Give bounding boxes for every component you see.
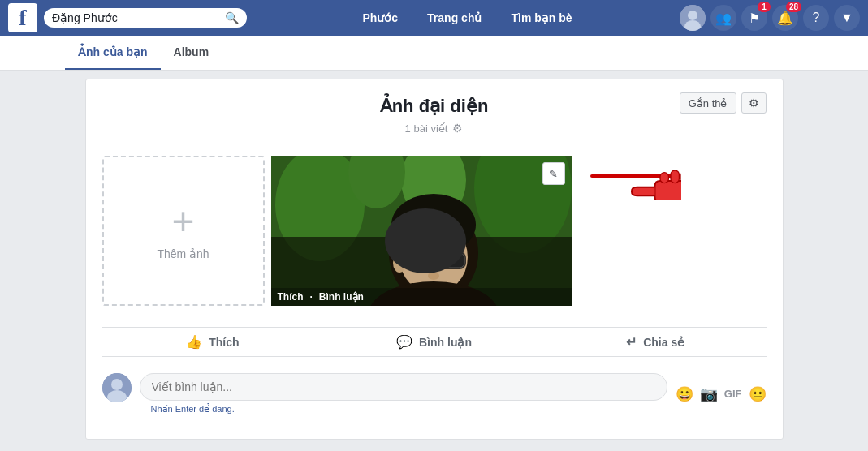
comment-actions: 😀 📷 GIF 😐	[676, 385, 767, 403]
photo-overlay: Thích · Bình luận	[271, 288, 572, 306]
navbar-right: 👥 ⚑ 1 🔔 28 ? ▼	[680, 5, 860, 31]
like-label: Thích	[209, 336, 239, 349]
comment-icon: 💬	[396, 334, 412, 350]
svg-rect-21	[671, 170, 679, 183]
settings-button[interactable]: ⚙	[741, 92, 767, 114]
comment-label: Bình luận	[419, 336, 472, 349]
svg-rect-14	[436, 253, 464, 268]
nav-home[interactable]: Trang chủ	[421, 8, 488, 28]
sticker-icon[interactable]: 😐	[749, 385, 767, 403]
arrow-annotation	[576, 152, 681, 203]
add-photo-plus-icon: +	[171, 202, 194, 241]
nav-links: Phước Trang chủ Tìm bạn bè	[255, 8, 680, 28]
overlay-comment[interactable]: Bình luận	[319, 291, 364, 303]
nav-profile[interactable]: Phước	[356, 8, 404, 28]
meta-gear-icon[interactable]: ⚙	[452, 122, 463, 135]
question-icon: ?	[813, 11, 820, 25]
add-photo-label: Thêm ảnh	[157, 247, 209, 260]
gif-icon[interactable]: GIF	[724, 388, 742, 400]
tab-albums[interactable]: Album	[161, 36, 222, 70]
edit-photo-button[interactable]: ✎	[542, 162, 565, 185]
gear-icon: ⚙	[749, 97, 759, 110]
comment-hint: Nhấn Enter để đăng.	[151, 404, 667, 414]
action-bar: 👍 Thích 💬 Bình luận ↵ Chia sẻ	[102, 327, 767, 357]
svg-point-1	[688, 11, 697, 20]
photo-header: Gắn thẻ ⚙ Ảnh đại diện 1 bài viết ⚙	[86, 79, 783, 143]
photo-image	[271, 156, 572, 306]
photo-grid: + Thêm ảnh	[86, 143, 783, 319]
svg-point-16	[393, 253, 406, 273]
search-icon: 🔍	[225, 11, 239, 24]
search-input[interactable]	[52, 11, 222, 24]
flag-icon: ⚑	[749, 11, 760, 26]
people-icon-btn[interactable]: 👥	[710, 5, 736, 31]
comment-input[interactable]	[140, 373, 667, 401]
overlay-like[interactable]: Thích	[278, 291, 304, 303]
fb-letter: f	[19, 6, 26, 29]
notifications-icon-btn[interactable]: ⚑ 1	[741, 5, 767, 31]
main-content: Gắn thẻ ⚙ Ảnh đại diện 1 bài viết ⚙ + Th…	[85, 79, 784, 440]
like-action-btn[interactable]: 👍 Thích	[102, 328, 324, 356]
svg-rect-20	[660, 173, 668, 183]
chevron-down-icon: ▼	[840, 11, 853, 25]
comment-box: Nhấn Enter để đăng. 😀 📷 GIF 😐	[86, 365, 783, 423]
camera-icon[interactable]: 📷	[700, 385, 718, 403]
alert-badge: 28	[786, 2, 801, 12]
share-icon: ↵	[626, 334, 637, 350]
comment-action-btn[interactable]: 💬 Bình luận	[323, 328, 545, 356]
svg-point-17	[428, 272, 439, 280]
search-bar[interactable]: 🔍	[44, 8, 247, 28]
photo-meta: 1 bài viết ⚙	[86, 122, 783, 135]
share-label: Chia sẻ	[643, 336, 684, 349]
post-count: 1 bài viết	[405, 122, 448, 135]
nav-friends[interactable]: Tìm bạn bè	[504, 8, 578, 28]
comment-input-wrap: Nhấn Enter để đăng.	[140, 373, 667, 414]
header-actions: Gắn thẻ ⚙	[680, 92, 767, 114]
facebook-logo[interactable]: f	[8, 3, 37, 32]
user-avatar[interactable]	[680, 5, 706, 31]
commenter-avatar	[102, 373, 132, 402]
notification-badge: 1	[758, 2, 771, 12]
alerts-icon-btn[interactable]: 🔔 28	[772, 5, 798, 31]
emoji-icon[interactable]: 😀	[676, 385, 693, 403]
svg-point-10	[391, 194, 476, 256]
svg-point-24	[111, 379, 123, 390]
svg-rect-13	[403, 253, 431, 268]
people-icon: 👥	[715, 11, 732, 26]
photo-item: Thích · Bình luận ✎	[271, 156, 572, 306]
tabs-bar: Ảnh của bạn Album	[0, 36, 868, 71]
add-photo-box[interactable]: + Thêm ảnh	[102, 156, 265, 306]
dropdown-btn[interactable]: ▼	[834, 5, 860, 31]
tab-your-photos[interactable]: Ảnh của bạn	[65, 36, 161, 70]
tag-button[interactable]: Gắn thẻ	[680, 92, 736, 114]
pencil-icon: ✎	[549, 168, 558, 180]
share-action-btn[interactable]: ↵ Chia sẻ	[545, 328, 767, 356]
overlay-separator: ·	[310, 291, 313, 303]
thumbs-up-icon: 👍	[186, 334, 202, 350]
photo-section-title: Ảnh đại diện	[86, 96, 783, 117]
bell-icon: 🔔	[777, 11, 793, 26]
navbar: f 🔍 Phước Trang chủ Tìm bạn bè 👥 ⚑ 1 🔔 2…	[0, 0, 868, 36]
help-icon-btn[interactable]: ?	[803, 5, 829, 31]
